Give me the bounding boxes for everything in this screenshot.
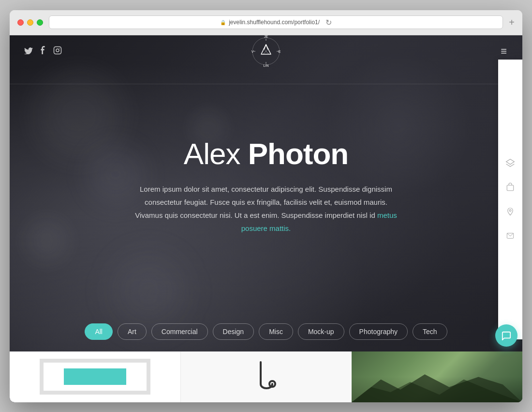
hero-description-text: Lorem ipsum dolor sit amet, consectetur … — [135, 185, 392, 219]
portfolio-row — [10, 351, 522, 402]
refresh-button[interactable]: ↻ — [325, 18, 332, 27]
right-sidebar — [498, 60, 522, 339]
hero-description: Lorem ipsum dolor sit amet, consectetur … — [131, 183, 401, 235]
filter-design[interactable]: Design — [213, 323, 254, 340]
url-text: jevelin.shufflehound.com/portfolio1/ — [229, 19, 320, 26]
portfolio-item-blue-block — [64, 368, 126, 385]
address-bar[interactable]: 🔒 jevelin.shufflehound.com/portfolio1/ ↻ — [49, 15, 503, 29]
svg-marker-18 — [506, 159, 515, 164]
chat-icon — [501, 331, 512, 340]
filter-bar: All Art Commercial Design Misc Mock-up P… — [10, 314, 522, 351]
svg-text:V: V — [251, 50, 254, 53]
navigation: JE LIN V E ≡ — [10, 35, 522, 67]
sidebar-layers-icon[interactable] — [503, 156, 517, 170]
browser-window: 🔒 jevelin.shufflehound.com/portfolio1/ ↻… — [10, 10, 522, 402]
filter-art[interactable]: Art — [118, 323, 147, 340]
sidebar-mail-icon[interactable] — [503, 229, 517, 243]
filter-all[interactable]: All — [85, 323, 113, 340]
hook-svg — [257, 360, 276, 394]
hamburger-menu[interactable]: ≡ — [501, 45, 508, 58]
filter-commercial[interactable]: Commercial — [151, 323, 208, 340]
filter-misc[interactable]: Misc — [259, 323, 293, 340]
svg-point-1 — [56, 49, 59, 52]
instagram-icon[interactable] — [53, 46, 62, 57]
sidebar-pin-icon[interactable] — [503, 204, 517, 219]
close-button[interactable] — [17, 19, 24, 26]
hero-section: JE LIN V E ≡ — [10, 35, 522, 402]
chat-button[interactable] — [495, 324, 517, 347]
portfolio-item-frame — [40, 359, 150, 395]
portfolio-item-2[interactable] — [180, 351, 352, 402]
mountain-svg — [352, 372, 522, 402]
traffic-lights — [17, 19, 43, 26]
facebook-icon[interactable] — [41, 46, 45, 57]
browser-content: JE LIN V E ≡ — [10, 35, 522, 402]
filter-tech[interactable]: Tech — [413, 323, 447, 340]
svg-rect-19 — [507, 185, 514, 190]
svg-text:E: E — [279, 50, 281, 53]
maximize-button[interactable] — [37, 19, 43, 26]
svg-text:LIN: LIN — [264, 64, 269, 67]
twitter-icon[interactable] — [24, 46, 33, 56]
hero-title: Alex Photon — [184, 137, 348, 171]
new-tab-button[interactable]: + — [509, 17, 515, 28]
svg-point-20 — [509, 209, 511, 211]
portfolio-item-1[interactable] — [10, 351, 180, 402]
hero-title-light: Alex — [184, 137, 248, 170]
lock-icon: 🔒 — [220, 20, 226, 25]
hero-title-bold: Photon — [248, 137, 349, 170]
hero-content: Alex Photon Lorem ipsum dolor sit amet, … — [10, 67, 522, 314]
minimize-button[interactable] — [27, 19, 33, 26]
portfolio-item-3[interactable] — [352, 351, 522, 402]
sidebar-bag-icon[interactable] — [503, 180, 517, 195]
site: JE LIN V E ≡ — [10, 35, 522, 402]
svg-marker-14 — [261, 45, 271, 54]
filter-mockup[interactable]: Mock-up — [298, 323, 344, 340]
svg-point-2 — [59, 48, 60, 49]
site-logo: JE LIN V E — [247, 35, 285, 71]
social-icons — [24, 46, 62, 57]
svg-text:JE: JE — [264, 35, 268, 38]
filter-photography[interactable]: Photography — [349, 323, 408, 340]
browser-chrome: 🔒 jevelin.shufflehound.com/portfolio1/ ↻… — [10, 10, 522, 35]
svg-rect-0 — [54, 46, 61, 54]
